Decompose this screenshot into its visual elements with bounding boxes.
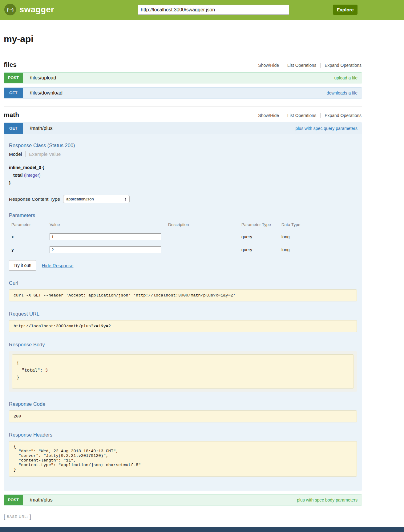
response-code-heading: Response Code [9, 401, 357, 407]
section-math: math Show/Hide List Operations Expand Op… [4, 107, 362, 506]
response-content-type-label: Response Content Type [9, 196, 60, 202]
param-type-y: query [241, 244, 281, 255]
op-summary[interactable]: upload a file [334, 75, 358, 80]
bottom-bar [0, 527, 404, 532]
tab-model[interactable]: Model [9, 151, 25, 157]
api-title: my-api [4, 34, 362, 44]
param-data-type-x: long [281, 231, 357, 242]
param-value-input-y[interactable] [50, 246, 161, 253]
request-url-heading: Request URL [9, 311, 357, 317]
brand-name: swagger [19, 5, 54, 14]
op-row-get-math-plus[interactable]: GET /math/plus plus with spec query para… [4, 123, 362, 134]
select-arrows-icon: ▲ ▼ [124, 198, 127, 201]
op-content: Response Class (Status 200) Model Exampl… [4, 134, 362, 490]
parameters-heading: Parameters [9, 212, 357, 218]
param-value-input-x[interactable] [50, 233, 161, 240]
list-operations-link-math[interactable]: List Operations [283, 113, 320, 118]
parameters-table: Parameter Value Description Parameter Ty… [9, 220, 357, 256]
model-signature: inline_model_0 { total (integer) } [9, 164, 357, 187]
op-path[interactable]: /files/download [30, 90, 63, 96]
col-data-type: Data Type [281, 220, 357, 230]
col-parameter-type: Parameter Type [241, 220, 281, 230]
response-headers-heading: Response Headers [9, 432, 357, 438]
param-name-x: x [9, 231, 50, 242]
response-content-type-select[interactable]: application/json ▲ ▼ [63, 195, 130, 203]
curl-command: curl -X GET --header 'Accept: applicatio… [9, 289, 357, 301]
main-content: my-api files Show/Hide List Operations E… [4, 34, 362, 506]
section-files: files Show/Hide List Operations Expand O… [4, 61, 362, 99]
section-title-files: files [4, 61, 17, 68]
response-headers-json: { "date": "Wed, 22 Aug 2018 18:49:13 GMT… [9, 441, 357, 477]
model-property-type: (integer) [24, 173, 41, 178]
curl-heading: Curl [9, 280, 357, 286]
op-path[interactable]: /math/plus [30, 497, 53, 503]
request-url-value: http://localhost:3000/math/plus?x=1&y=2 [9, 320, 357, 332]
expand-operations-link-files[interactable]: Expand Operations [320, 63, 362, 68]
get-method-badge: GET [4, 123, 23, 134]
spec-url-input[interactable] [138, 5, 289, 15]
param-type-x: query [241, 231, 281, 242]
show-hide-link-math[interactable]: Show/Hide [254, 113, 283, 118]
op-path[interactable]: /math/plus [30, 126, 53, 131]
post-method-badge: POST [4, 495, 23, 505]
section-title-math: math [4, 111, 19, 119]
param-description-y [168, 247, 241, 253]
response-class-heading: Response Class (Status 200) [9, 143, 357, 148]
model-property-name: total [13, 173, 23, 178]
json-number-value: 3 [45, 368, 47, 373]
show-hide-link-files[interactable]: Show/Hide [254, 63, 283, 68]
tab-example-value[interactable]: Example Value [26, 151, 61, 157]
swagger-brand-link[interactable]: {···} swagger [4, 4, 54, 15]
param-data-type-y: long [281, 244, 357, 255]
op-expanded-get-math-plus: GET /math/plus plus with spec query para… [4, 123, 362, 490]
response-code-value: 200 [9, 410, 357, 422]
post-method-badge: POST [4, 73, 23, 83]
selected-content-type: application/json [66, 197, 94, 201]
hide-response-link[interactable]: Hide Response [42, 263, 74, 268]
expand-operations-link-math[interactable]: Expand Operations [320, 113, 362, 118]
model-tabs: Model Example Value [9, 151, 357, 157]
swagger-logo-icon: {···} [4, 4, 16, 15]
base-url-label: base url: [7, 515, 28, 518]
op-row-post-files-upload[interactable]: POST /files/upload upload a file [4, 72, 362, 83]
param-name-y: y [9, 244, 50, 255]
op-summary[interactable]: plus with spec query parameters [295, 126, 358, 131]
op-row-post-math-plus[interactable]: POST /math/plus plus with spec body para… [4, 494, 362, 506]
op-path[interactable]: /files/upload [30, 75, 56, 81]
col-value: Value [50, 220, 168, 230]
response-body-container: { "total": 3 } [9, 351, 357, 392]
get-method-badge: GET [4, 88, 23, 98]
base-url-footer: [ base url: ] [4, 514, 404, 520]
try-it-out-button[interactable]: Try it out! [9, 260, 36, 271]
explore-button[interactable]: Explore [333, 5, 358, 15]
response-body-heading: Response Body [9, 342, 357, 348]
param-description-x [168, 234, 241, 240]
list-operations-link-files[interactable]: List Operations [283, 63, 320, 68]
op-row-get-files-download[interactable]: GET /files/download downloads a file [4, 87, 362, 99]
col-description: Description [168, 220, 241, 230]
op-summary[interactable]: plus with spec body parameters [297, 498, 358, 502]
response-body-json: { "total": 3 } [12, 354, 354, 389]
op-summary[interactable]: downloads a file [327, 91, 358, 95]
col-parameter: Parameter [9, 220, 50, 230]
swagger-header: {···} swagger Explore [0, 0, 404, 20]
